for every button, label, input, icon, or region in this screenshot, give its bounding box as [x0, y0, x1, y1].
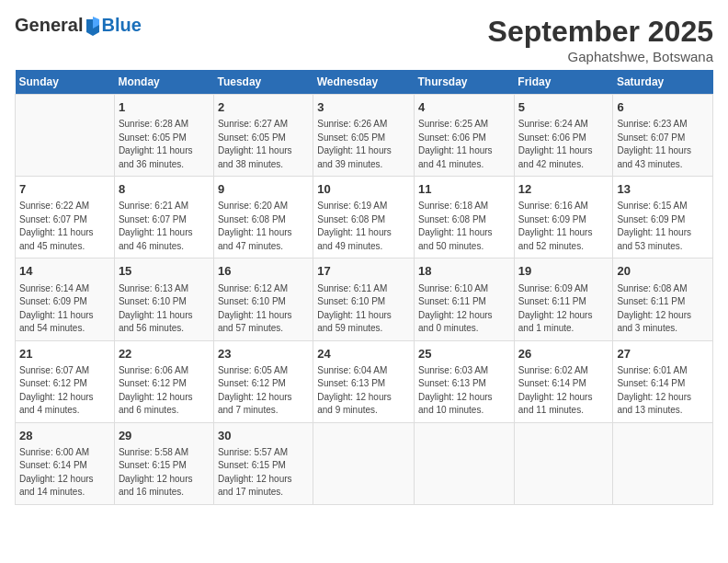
day-number: 5: [518, 99, 609, 116]
calendar-cell: 20Sunrise: 6:08 AM Sunset: 6:11 PM Dayli…: [613, 259, 713, 340]
day-content: Sunrise: 6:22 AM Sunset: 6:07 PM Dayligh…: [19, 200, 110, 253]
calendar-cell: [16, 95, 115, 177]
calendar-cell: 13Sunrise: 6:15 AM Sunset: 6:09 PM Dayli…: [613, 177, 713, 259]
calendar-cell: 18Sunrise: 6:10 AM Sunset: 6:11 PM Dayli…: [415, 259, 515, 340]
day-number: 27: [617, 346, 709, 362]
calendar-header-row: SundayMondayTuesdayWednesdayThursdayFrid…: [16, 70, 713, 95]
day-number: 20: [617, 263, 709, 280]
month-title: September 2025: [488, 15, 713, 49]
day-content: Sunrise: 6:13 AM Sunset: 6:10 PM Dayligh…: [119, 282, 210, 336]
day-number: 28: [19, 428, 110, 444]
day-content: Sunrise: 6:01 AM Sunset: 6:14 PM Dayligh…: [617, 364, 709, 418]
day-number: 10: [317, 181, 410, 198]
day-content: Sunrise: 6:02 AM Sunset: 6:14 PM Dayligh…: [518, 364, 609, 418]
calendar-cell: 25Sunrise: 6:03 AM Sunset: 6:13 PM Dayli…: [415, 340, 515, 422]
day-content: Sunrise: 6:08 AM Sunset: 6:11 PM Dayligh…: [617, 282, 709, 336]
day-content: Sunrise: 6:19 AM Sunset: 6:08 PM Dayligh…: [317, 200, 410, 253]
day-number: 12: [518, 181, 609, 198]
day-number: 26: [518, 346, 609, 362]
header-monday: Monday: [114, 70, 213, 95]
calendar-cell: 28Sunrise: 6:00 AM Sunset: 6:14 PM Dayli…: [16, 422, 115, 504]
calendar-cell: 14Sunrise: 6:14 AM Sunset: 6:09 PM Dayli…: [16, 259, 115, 340]
calendar-cell: 5Sunrise: 6:24 AM Sunset: 6:06 PM Daylig…: [514, 95, 613, 177]
day-content: Sunrise: 6:10 AM Sunset: 6:11 PM Dayligh…: [418, 282, 510, 336]
day-number: 30: [218, 428, 309, 444]
calendar-cell: 22Sunrise: 6:06 AM Sunset: 6:12 PM Dayli…: [114, 340, 213, 422]
day-content: Sunrise: 6:23 AM Sunset: 6:07 PM Dayligh…: [617, 118, 709, 171]
day-number: 17: [317, 263, 410, 280]
calendar-cell: 11Sunrise: 6:18 AM Sunset: 6:08 PM Dayli…: [415, 177, 515, 259]
calendar-table: SundayMondayTuesdayWednesdayThursdayFrid…: [15, 70, 713, 505]
logo-blue-text: Blue: [101, 15, 141, 36]
day-content: Sunrise: 6:06 AM Sunset: 6:12 PM Dayligh…: [119, 364, 210, 418]
title-block: September 2025 Gaphatshwe, Botswana: [488, 15, 713, 64]
day-content: Sunrise: 6:09 AM Sunset: 6:11 PM Dayligh…: [518, 282, 609, 336]
day-number: 3: [317, 99, 410, 116]
calendar-cell: [313, 422, 415, 504]
day-number: 14: [19, 263, 110, 280]
day-number: 13: [617, 181, 709, 198]
day-number: 11: [418, 181, 510, 198]
day-number: 4: [418, 99, 510, 116]
calendar-cell: 3Sunrise: 6:26 AM Sunset: 6:05 PM Daylig…: [313, 95, 415, 177]
day-content: Sunrise: 6:25 AM Sunset: 6:06 PM Dayligh…: [418, 118, 510, 171]
day-content: Sunrise: 6:11 AM Sunset: 6:10 PM Dayligh…: [317, 282, 410, 336]
calendar-cell: 29Sunrise: 5:58 AM Sunset: 6:15 PM Dayli…: [114, 422, 213, 504]
calendar-week-1: 1Sunrise: 6:28 AM Sunset: 6:05 PM Daylig…: [16, 95, 713, 177]
calendar-cell: 12Sunrise: 6:16 AM Sunset: 6:09 PM Dayli…: [514, 177, 613, 259]
calendar-cell: 30Sunrise: 5:57 AM Sunset: 6:15 PM Dayli…: [213, 422, 313, 504]
day-content: Sunrise: 6:18 AM Sunset: 6:08 PM Dayligh…: [418, 200, 510, 253]
day-content: Sunrise: 6:05 AM Sunset: 6:12 PM Dayligh…: [218, 364, 309, 418]
calendar-cell: 24Sunrise: 6:04 AM Sunset: 6:13 PM Dayli…: [313, 340, 415, 422]
day-content: Sunrise: 6:00 AM Sunset: 6:14 PM Dayligh…: [19, 446, 110, 500]
calendar-cell: 19Sunrise: 6:09 AM Sunset: 6:11 PM Dayli…: [514, 259, 613, 340]
calendar-cell: [613, 422, 713, 504]
day-number: 24: [317, 346, 410, 362]
header-friday: Friday: [514, 70, 613, 95]
day-content: Sunrise: 6:24 AM Sunset: 6:06 PM Dayligh…: [518, 118, 609, 171]
day-number: 22: [119, 346, 210, 362]
day-number: 9: [218, 181, 309, 198]
logo-general-text: General: [15, 15, 83, 36]
day-content: Sunrise: 6:20 AM Sunset: 6:08 PM Dayligh…: [218, 200, 309, 253]
calendar-cell: [514, 422, 613, 504]
calendar-week-2: 7Sunrise: 6:22 AM Sunset: 6:07 PM Daylig…: [16, 177, 713, 259]
calendar-cell: 21Sunrise: 6:07 AM Sunset: 6:12 PM Dayli…: [16, 340, 115, 422]
calendar-week-5: 28Sunrise: 6:00 AM Sunset: 6:14 PM Dayli…: [16, 422, 713, 504]
calendar-cell: 10Sunrise: 6:19 AM Sunset: 6:08 PM Dayli…: [313, 177, 415, 259]
calendar-cell: 8Sunrise: 6:21 AM Sunset: 6:07 PM Daylig…: [114, 177, 213, 259]
day-number: 25: [418, 346, 510, 362]
location: Gaphatshwe, Botswana: [488, 49, 713, 64]
logo-icon: [85, 16, 101, 36]
calendar-cell: [415, 422, 515, 504]
day-content: Sunrise: 5:58 AM Sunset: 6:15 PM Dayligh…: [119, 446, 210, 500]
day-number: 29: [119, 428, 210, 444]
day-content: Sunrise: 6:21 AM Sunset: 6:07 PM Dayligh…: [119, 200, 210, 253]
logo: General Blue: [15, 15, 142, 36]
day-content: Sunrise: 6:04 AM Sunset: 6:13 PM Dayligh…: [317, 364, 410, 418]
calendar-cell: 27Sunrise: 6:01 AM Sunset: 6:14 PM Dayli…: [613, 340, 713, 422]
day-content: Sunrise: 6:12 AM Sunset: 6:10 PM Dayligh…: [218, 282, 309, 336]
day-content: Sunrise: 6:28 AM Sunset: 6:05 PM Dayligh…: [119, 118, 210, 171]
header-thursday: Thursday: [415, 70, 515, 95]
header-saturday: Saturday: [613, 70, 713, 95]
day-content: Sunrise: 6:26 AM Sunset: 6:05 PM Dayligh…: [317, 118, 410, 171]
day-content: Sunrise: 6:16 AM Sunset: 6:09 PM Dayligh…: [518, 200, 609, 253]
calendar-cell: 4Sunrise: 6:25 AM Sunset: 6:06 PM Daylig…: [415, 95, 515, 177]
day-number: 2: [218, 99, 309, 116]
day-number: 6: [617, 99, 709, 116]
day-number: 16: [218, 263, 309, 280]
page-header: General Blue September 2025 Gaphatshwe, …: [15, 15, 713, 64]
day-content: Sunrise: 6:15 AM Sunset: 6:09 PM Dayligh…: [617, 200, 709, 253]
day-content: Sunrise: 6:07 AM Sunset: 6:12 PM Dayligh…: [19, 364, 110, 418]
day-number: 7: [19, 181, 110, 198]
header-sunday: Sunday: [16, 70, 115, 95]
calendar-cell: 6Sunrise: 6:23 AM Sunset: 6:07 PM Daylig…: [613, 95, 713, 177]
day-content: Sunrise: 6:27 AM Sunset: 6:05 PM Dayligh…: [218, 118, 309, 171]
calendar-cell: 7Sunrise: 6:22 AM Sunset: 6:07 PM Daylig…: [16, 177, 115, 259]
day-content: Sunrise: 6:14 AM Sunset: 6:09 PM Dayligh…: [19, 282, 110, 336]
day-number: 19: [518, 263, 609, 280]
day-content: Sunrise: 5:57 AM Sunset: 6:15 PM Dayligh…: [218, 446, 309, 500]
calendar-week-3: 14Sunrise: 6:14 AM Sunset: 6:09 PM Dayli…: [16, 259, 713, 340]
day-number: 15: [119, 263, 210, 280]
